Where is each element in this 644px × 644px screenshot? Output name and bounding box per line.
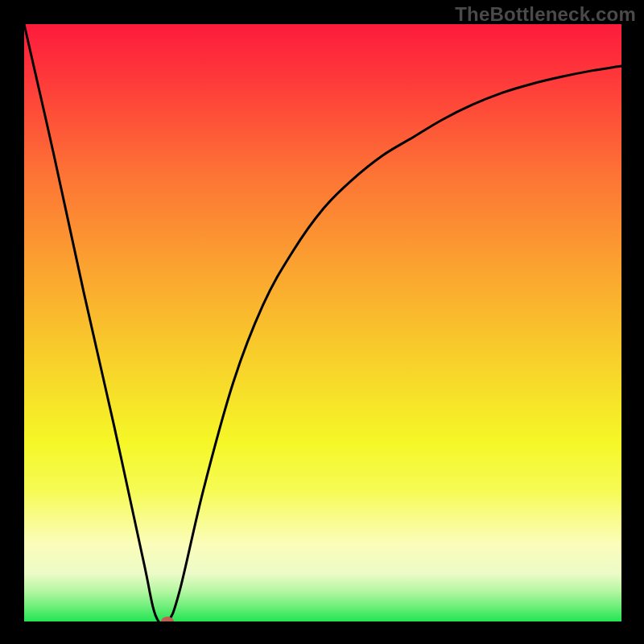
- watermark-text: TheBottleneck.com: [455, 3, 636, 26]
- plot-area: [24, 24, 621, 621]
- chart-frame: TheBottleneck.com: [0, 0, 644, 644]
- optimal-point-marker: [161, 617, 174, 621]
- gradient-background: [24, 24, 621, 621]
- plot-svg: [24, 24, 621, 621]
